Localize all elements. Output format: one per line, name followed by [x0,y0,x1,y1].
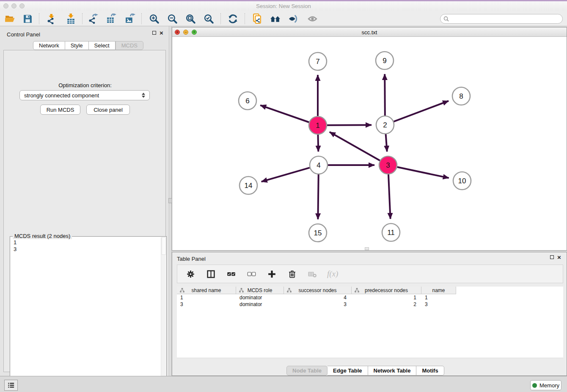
close-panel-button[interactable]: Close panel [86,105,130,115]
export-table-icon[interactable] [105,12,118,25]
select-all-rows-icon[interactable] [226,268,237,279]
node-11[interactable]: 11 [382,224,400,241]
edge-1-4[interactable] [318,135,318,152]
node-6[interactable]: 6 [239,92,256,110]
network-window-titlebar[interactable]: × − + scc.txt [172,28,567,37]
cell-shared-name[interactable]: 3 [177,301,236,308]
panel-split-divider[interactable] [169,26,171,376]
zoom-out-icon[interactable] [166,12,179,25]
svg-text:3: 3 [386,161,390,169]
float-table-panel-icon[interactable] [550,255,554,259]
network-view-title: scc.txt [172,29,567,36]
node-1[interactable]: 1 [309,116,327,134]
table-settings-gear-icon[interactable] [185,268,196,279]
zoom-selected-icon[interactable] [202,12,215,25]
table-row[interactable]: 1dominator411 [177,294,563,301]
tab-node-table[interactable]: Node Table [286,366,328,375]
run-mcds-button[interactable]: Run MCDS [40,105,80,115]
edge-3-10[interactable] [397,167,449,178]
mcds-panel: Optimization criterion: strongly connect… [3,50,166,372]
export-network-icon[interactable] [87,12,100,25]
tab-edge-table[interactable]: Edge Table [328,366,368,375]
edge-4-14[interactable] [261,168,310,182]
home-icon[interactable] [269,12,281,25]
node-9[interactable]: 9 [376,52,394,69]
task-history-button[interactable] [4,380,18,391]
app-title: Session: New Session [0,3,567,9]
mcds-result-box: MCDS result (2 nodes) 13 [10,236,167,392]
hide-graphics-details-icon[interactable] [287,12,300,25]
control-panel-title: Control Panel [7,30,40,38]
table-body: 1dominator4113dominator323 [177,294,563,308]
search-input[interactable] [451,16,562,22]
canvas-resize-grip[interactable] [365,247,369,250]
apply-layout-icon[interactable] [226,12,239,25]
tab-style[interactable]: Style [65,41,89,50]
node-7[interactable]: 7 [309,52,327,70]
close-table-panel-icon[interactable]: × [557,255,561,259]
table-panel: Table Panel × f(x) shared nameMCDS roles… [172,252,567,376]
cell-successor-nodes[interactable]: 3 [284,301,352,308]
node-table[interactable]: shared nameMCDS rolesuccessor nodesprede… [177,287,563,358]
open-session-icon[interactable] [3,12,16,25]
close-panel-icon[interactable]: × [160,31,163,35]
cell-predecessor-nodes[interactable]: 2 [352,301,421,308]
edge-3-11[interactable] [388,174,391,219]
edge-1-6[interactable] [260,105,309,122]
cell-name[interactable]: 1 [421,294,456,301]
cell-predecessor-nodes[interactable]: 1 [352,294,421,301]
memory-status-icon [532,383,537,388]
node-15[interactable]: 15 [309,224,327,242]
node-3[interactable]: 3 [379,156,397,174]
show-column-selector-icon[interactable] [205,268,216,279]
save-session-icon[interactable] [21,12,34,25]
column-header-predecessor-nodes[interactable]: predecessor nodes [352,287,421,294]
edge-2-8[interactable] [394,101,449,121]
svg-text:6: 6 [245,97,249,105]
column-header-shared-name[interactable]: shared name [177,287,236,294]
import-table-icon[interactable] [64,12,77,25]
duplicate-network-icon[interactable] [250,12,263,25]
network-view-window: × − + scc.txt 7968124314101511 [172,27,567,251]
column-header-successor-nodes[interactable]: successor nodes [284,287,352,294]
edge-4-15[interactable] [318,174,318,219]
table-panel-title: Table Panel [177,255,206,262]
table-row[interactable]: 3dominator323 [177,301,563,308]
column-header-name[interactable]: name [421,287,456,294]
optimization-criterion-select[interactable]: strongly connected component [19,90,150,100]
column-header-MCDS-role[interactable]: MCDS role [236,287,284,294]
tab-mcds[interactable]: MCDS [116,41,143,50]
tab-network-table[interactable]: Network Table [368,366,417,375]
selected-criterion: strongly connected component [24,92,99,99]
tab-select[interactable]: Select [89,41,116,50]
edge-1-2[interactable] [327,125,372,125]
result-scrollbar[interactable] [161,237,166,392]
table-panel-tabs: Node TableEdge TableNetwork TableMotifs [286,366,444,375]
tab-network[interactable]: Network [33,41,65,50]
float-panel-icon[interactable] [152,31,156,35]
network-canvas[interactable]: 7968124314101511 [172,37,567,250]
node-14[interactable]: 14 [239,177,257,194]
edge-2-3[interactable] [386,134,387,152]
cell-MCDS-role[interactable]: dominator [236,294,284,301]
create-column-icon[interactable] [266,268,277,279]
edge-2-9[interactable] [385,74,385,116]
memory-button[interactable]: Memory [530,380,561,390]
search-box[interactable] [440,14,563,24]
delete-column-icon[interactable] [286,268,297,279]
import-network-icon[interactable] [45,12,58,25]
node-2[interactable]: 2 [376,116,394,134]
node-10[interactable]: 10 [453,172,471,190]
cell-successor-nodes[interactable]: 4 [284,294,352,301]
node-8[interactable]: 8 [452,87,470,105]
tab-motifs[interactable]: Motifs [416,366,444,375]
edge-3-1[interactable] [330,132,380,160]
cell-MCDS-role[interactable]: dominator [236,301,284,308]
node-4[interactable]: 4 [310,156,328,174]
zoom-fit-icon[interactable] [184,12,197,25]
deselect-all-rows-icon[interactable] [246,268,257,279]
zoom-in-icon[interactable] [148,12,160,25]
cell-name[interactable]: 3 [421,301,456,308]
cell-shared-name[interactable]: 1 [177,294,236,301]
export-image-icon[interactable] [124,12,136,25]
